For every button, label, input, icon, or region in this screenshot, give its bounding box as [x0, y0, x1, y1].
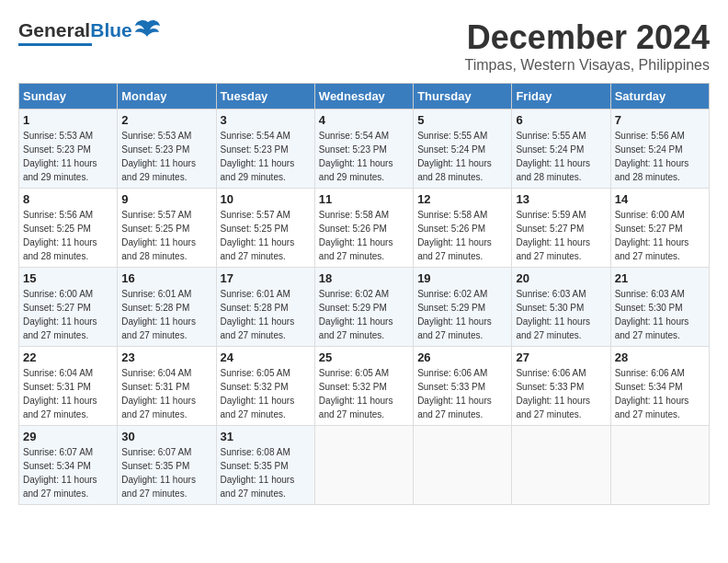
calendar-cell: 15Sunrise: 6:00 AM Sunset: 5:27 PM Dayli… [19, 268, 118, 347]
day-info: Sunrise: 5:56 AM Sunset: 5:24 PM Dayligh… [615, 129, 705, 184]
day-number: 22 [23, 350, 113, 364]
day-number: 9 [121, 192, 211, 206]
logo-general: General [18, 19, 90, 41]
day-number: 10 [221, 192, 311, 206]
day-info: Sunrise: 5:57 AM Sunset: 5:25 PM Dayligh… [221, 208, 311, 263]
week-row-2: 8Sunrise: 5:56 AM Sunset: 5:25 PM Daylig… [19, 189, 710, 268]
logo: General Blue [18, 18, 161, 46]
calendar-cell: 29Sunrise: 6:07 AM Sunset: 5:34 PM Dayli… [19, 426, 118, 505]
day-number: 4 [319, 113, 409, 127]
day-number: 1 [23, 113, 113, 127]
day-info: Sunrise: 5:56 AM Sunset: 5:25 PM Dayligh… [23, 208, 113, 263]
day-info: Sunrise: 6:05 AM Sunset: 5:32 PM Dayligh… [221, 366, 311, 421]
day-number: 25 [319, 350, 409, 364]
day-info: Sunrise: 6:05 AM Sunset: 5:32 PM Dayligh… [319, 366, 409, 421]
calendar-cell: 16Sunrise: 6:01 AM Sunset: 5:28 PM Dayli… [118, 268, 216, 347]
day-info: Sunrise: 5:53 AM Sunset: 5:23 PM Dayligh… [121, 129, 211, 184]
day-number: 23 [121, 350, 211, 364]
day-number: 28 [615, 350, 705, 364]
day-info: Sunrise: 6:02 AM Sunset: 5:29 PM Dayligh… [417, 287, 507, 342]
calendar-cell: 30Sunrise: 6:07 AM Sunset: 5:35 PM Dayli… [118, 426, 216, 505]
calendar-cell: 28Sunrise: 6:06 AM Sunset: 5:34 PM Dayli… [610, 347, 709, 426]
col-header-saturday: Saturday [610, 84, 709, 109]
logo-blue: Blue [90, 19, 132, 41]
calendar-cell: 13Sunrise: 5:59 AM Sunset: 5:27 PM Dayli… [512, 189, 610, 268]
day-info: Sunrise: 6:03 AM Sunset: 5:30 PM Dayligh… [516, 287, 606, 342]
calendar-cell: 2Sunrise: 5:53 AM Sunset: 5:23 PM Daylig… [118, 109, 216, 189]
calendar-cell: 1Sunrise: 5:53 AM Sunset: 5:23 PM Daylig… [19, 109, 118, 189]
day-info: Sunrise: 5:55 AM Sunset: 5:24 PM Dayligh… [516, 129, 606, 184]
day-info: Sunrise: 6:04 AM Sunset: 5:31 PM Dayligh… [121, 366, 211, 421]
calendar-cell: 3Sunrise: 5:54 AM Sunset: 5:23 PM Daylig… [216, 109, 314, 189]
calendar-cell [512, 426, 610, 505]
day-number: 2 [121, 113, 211, 127]
col-header-thursday: Thursday [414, 84, 512, 109]
calendar-cell: 19Sunrise: 6:02 AM Sunset: 5:29 PM Dayli… [414, 268, 512, 347]
day-info: Sunrise: 6:06 AM Sunset: 5:34 PM Dayligh… [615, 366, 705, 421]
page-header: General Blue December 2024 Timpas, Weste… [18, 18, 710, 74]
day-number: 7 [615, 113, 705, 127]
day-info: Sunrise: 6:06 AM Sunset: 5:33 PM Dayligh… [417, 366, 507, 421]
col-header-sunday: Sunday [19, 84, 118, 109]
day-info: Sunrise: 6:03 AM Sunset: 5:30 PM Dayligh… [615, 287, 705, 342]
week-row-5: 29Sunrise: 6:07 AM Sunset: 5:34 PM Dayli… [19, 426, 710, 505]
day-number: 26 [417, 350, 507, 364]
col-header-monday: Monday [118, 84, 216, 109]
calendar-table: SundayMondayTuesdayWednesdayThursdayFrid… [18, 83, 710, 505]
day-number: 11 [319, 192, 409, 206]
day-info: Sunrise: 5:54 AM Sunset: 5:23 PM Dayligh… [221, 129, 311, 184]
day-info: Sunrise: 6:00 AM Sunset: 5:27 PM Dayligh… [615, 208, 705, 263]
calendar-subtitle: Timpas, Western Visayas, Philippines [465, 57, 710, 74]
calendar-cell [314, 426, 413, 505]
title-area: December 2024 Timpas, Western Visayas, P… [465, 18, 710, 74]
calendar-cell [414, 426, 512, 505]
calendar-cell: 21Sunrise: 6:03 AM Sunset: 5:30 PM Dayli… [610, 268, 709, 347]
col-header-tuesday: Tuesday [216, 84, 314, 109]
day-number: 17 [221, 271, 311, 285]
day-number: 31 [221, 430, 311, 443]
day-info: Sunrise: 6:01 AM Sunset: 5:28 PM Dayligh… [221, 287, 311, 342]
day-number: 20 [516, 271, 606, 285]
week-row-1: 1Sunrise: 5:53 AM Sunset: 5:23 PM Daylig… [19, 109, 710, 189]
calendar-cell: 10Sunrise: 5:57 AM Sunset: 5:25 PM Dayli… [216, 189, 314, 268]
day-number: 3 [221, 113, 311, 127]
calendar-cell: 9Sunrise: 5:57 AM Sunset: 5:25 PM Daylig… [118, 189, 216, 268]
logo-bird-icon [135, 18, 161, 42]
day-number: 6 [516, 113, 606, 127]
day-number: 8 [23, 192, 113, 206]
day-number: 5 [417, 113, 507, 127]
calendar-header-row: SundayMondayTuesdayWednesdayThursdayFrid… [19, 84, 710, 109]
day-info: Sunrise: 6:07 AM Sunset: 5:35 PM Dayligh… [121, 445, 211, 500]
day-number: 13 [516, 192, 606, 206]
calendar-cell: 8Sunrise: 5:56 AM Sunset: 5:25 PM Daylig… [19, 189, 118, 268]
day-info: Sunrise: 5:55 AM Sunset: 5:24 PM Dayligh… [417, 129, 507, 184]
day-info: Sunrise: 5:57 AM Sunset: 5:25 PM Dayligh… [121, 208, 211, 263]
logo-underline [18, 43, 92, 46]
calendar-cell: 20Sunrise: 6:03 AM Sunset: 5:30 PM Dayli… [512, 268, 610, 347]
calendar-cell: 4Sunrise: 5:54 AM Sunset: 5:23 PM Daylig… [314, 109, 413, 189]
day-info: Sunrise: 6:00 AM Sunset: 5:27 PM Dayligh… [23, 287, 113, 342]
day-number: 29 [23, 430, 113, 443]
day-info: Sunrise: 6:06 AM Sunset: 5:33 PM Dayligh… [516, 366, 606, 421]
day-number: 27 [516, 350, 606, 364]
day-info: Sunrise: 5:59 AM Sunset: 5:27 PM Dayligh… [516, 208, 606, 263]
day-number: 14 [615, 192, 705, 206]
day-info: Sunrise: 5:54 AM Sunset: 5:23 PM Dayligh… [319, 129, 409, 184]
calendar-title: December 2024 [465, 18, 710, 57]
calendar-cell: 27Sunrise: 6:06 AM Sunset: 5:33 PM Dayli… [512, 347, 610, 426]
calendar-cell: 25Sunrise: 6:05 AM Sunset: 5:32 PM Dayli… [314, 347, 413, 426]
calendar-cell: 14Sunrise: 6:00 AM Sunset: 5:27 PM Dayli… [610, 189, 709, 268]
week-row-3: 15Sunrise: 6:00 AM Sunset: 5:27 PM Dayli… [19, 268, 710, 347]
day-info: Sunrise: 5:53 AM Sunset: 5:23 PM Dayligh… [23, 129, 113, 184]
calendar-cell: 22Sunrise: 6:04 AM Sunset: 5:31 PM Dayli… [19, 347, 118, 426]
day-info: Sunrise: 6:04 AM Sunset: 5:31 PM Dayligh… [23, 366, 113, 421]
calendar-cell: 17Sunrise: 6:01 AM Sunset: 5:28 PM Dayli… [216, 268, 314, 347]
col-header-friday: Friday [512, 84, 610, 109]
day-number: 21 [615, 271, 705, 285]
week-row-4: 22Sunrise: 6:04 AM Sunset: 5:31 PM Dayli… [19, 347, 710, 426]
day-number: 24 [221, 350, 311, 364]
calendar-cell: 26Sunrise: 6:06 AM Sunset: 5:33 PM Dayli… [414, 347, 512, 426]
calendar-cell: 31Sunrise: 6:08 AM Sunset: 5:35 PM Dayli… [216, 426, 314, 505]
col-header-wednesday: Wednesday [314, 84, 413, 109]
day-number: 15 [23, 271, 113, 285]
